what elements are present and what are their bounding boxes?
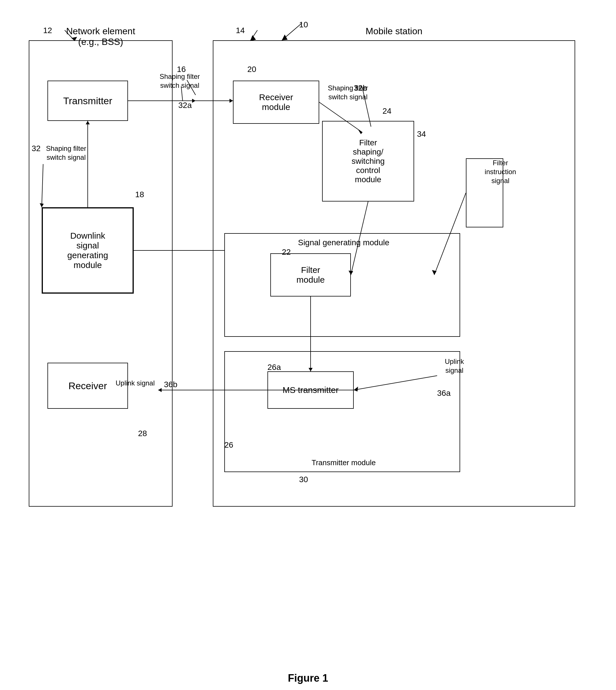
filter-module-box: Filter module: [270, 253, 351, 296]
ref-24: 24: [382, 106, 391, 116]
ref-26: 26: [224, 440, 233, 449]
ref-32: 32: [31, 144, 41, 153]
ref-20: 20: [247, 65, 256, 74]
ref-32a: 32a: [178, 101, 192, 110]
shaping-filter-label-2: Shaping filter switch signal: [322, 83, 374, 101]
downlink-module-box: Downlink signal generating module: [42, 207, 134, 294]
figure-caption: Figure 1: [0, 672, 616, 684]
mobile-station-label: Mobile station: [213, 26, 575, 37]
uplink-signal-label-1: Uplink signal: [115, 379, 155, 388]
shaping-filter-label-3: Shaping filter switch signal: [40, 144, 92, 162]
ms-transmitter-box: MS transmitter: [267, 371, 354, 409]
ref-18: 18: [135, 190, 144, 199]
ref-22: 22: [282, 248, 291, 257]
ref-30: 30: [299, 475, 308, 484]
ref-36b: 36b: [164, 380, 177, 389]
ref-36a: 36a: [437, 389, 450, 398]
ref-28: 28: [138, 429, 147, 438]
ref-26a: 26a: [267, 363, 281, 372]
receiver-module-box: Receiver module: [233, 81, 319, 124]
filter-instruction-label: Filter instruction signal: [477, 158, 523, 185]
svg-marker-7: [192, 99, 196, 103]
ref-34: 34: [417, 129, 426, 139]
shaping-filter-label-1: Shaping filter switch signal: [157, 72, 203, 90]
filter-shaping-box: Filter shaping/ switching control module: [322, 121, 414, 202]
transmitter-box: Transmitter: [47, 81, 128, 121]
transmitter-module-box: Transmitter module: [224, 351, 460, 472]
diagram-container: 10 12 14 Network element (e.g., BSS) Mob…: [17, 17, 598, 651]
uplink-signal-label-2: Uplink signal: [437, 357, 471, 375]
